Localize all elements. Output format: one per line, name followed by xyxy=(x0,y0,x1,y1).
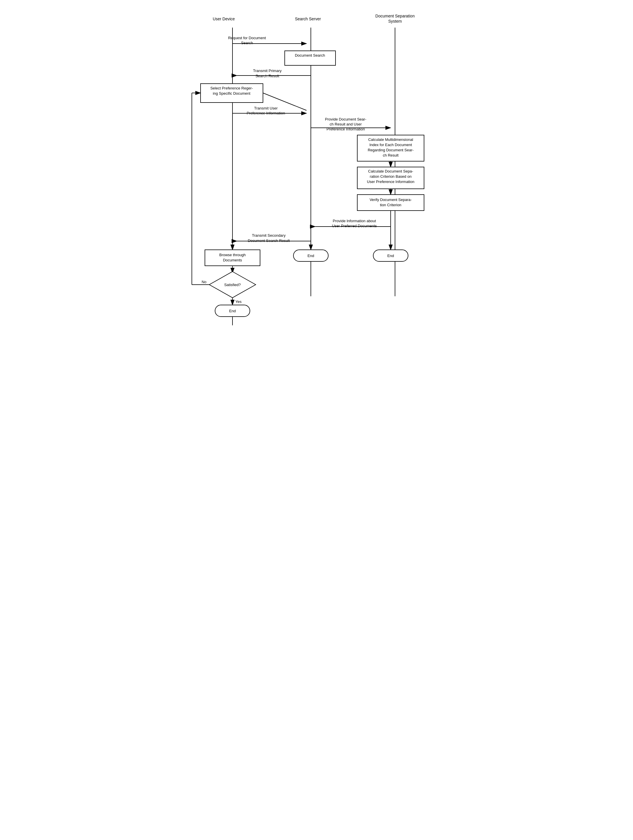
label-select-pref-2: ing Specific Document xyxy=(213,91,250,96)
label-calc-sep-2: ration Criterion Based on xyxy=(370,174,411,178)
label-transmit-sec-1: Transmit Secondary xyxy=(252,233,286,238)
label-calc-sep-3: User Preference Information xyxy=(367,180,414,184)
label-no: No xyxy=(202,280,206,284)
label-provide-2: ch Resuit and User xyxy=(329,122,362,126)
col-user-device: User Device xyxy=(213,17,235,21)
label-document-search: Document Search xyxy=(294,53,325,57)
label-provide-info-1: Provide Information about xyxy=(332,219,376,223)
label-provide-1: Provide Document Sear- xyxy=(325,117,366,122)
label-calc-multi-3: Regarding Document Sear- xyxy=(367,148,413,152)
label-satisfied: Satisfied? xyxy=(224,283,241,287)
label-transmit-pref-2: Preference Information xyxy=(246,111,285,115)
label-yes: Yes xyxy=(235,300,242,304)
label-verify-1: Verify Document Separa- xyxy=(370,197,411,202)
label-provide-info-2: User Preferred Documents xyxy=(332,224,377,228)
label-end-user: End xyxy=(229,309,236,313)
label-browse-2: Documents xyxy=(223,258,242,262)
label-calc-multi-2: Index for Each Document xyxy=(369,143,412,147)
label-browse-1: Browse through xyxy=(219,253,246,257)
col-search-server: Search Server xyxy=(295,17,321,21)
col-doc-separation: Document Separation xyxy=(375,14,414,18)
label-select-pref-1: Select Preference Reger- xyxy=(210,86,253,90)
label-end-server: End xyxy=(307,254,314,258)
label-transmit-pref-1: Transmit User xyxy=(254,106,278,111)
flowchart-diagram: User Device Search Server Document Separ… xyxy=(186,6,447,354)
label-request-2: Search xyxy=(241,41,253,45)
label-calc-sep-1: Calculate Document Sepa- xyxy=(368,169,413,174)
label-provide-3: Preference Information xyxy=(326,127,365,131)
label-verify-2: tion Criterion xyxy=(380,203,402,207)
label-request: Request for Document xyxy=(228,36,266,40)
label-transmit-primary: Transmit Primary xyxy=(253,69,282,73)
label-transmit-sec-2: Document Search Result xyxy=(247,238,290,243)
label-calc-multi-4: ch Result xyxy=(383,153,398,158)
label-end-separation: End xyxy=(387,254,394,258)
label-transmit-primary-2: Search Result xyxy=(255,74,279,78)
label-calc-multi-1: Calculate Multidimensional xyxy=(368,137,413,142)
col-doc-separation-2: System xyxy=(388,19,402,24)
